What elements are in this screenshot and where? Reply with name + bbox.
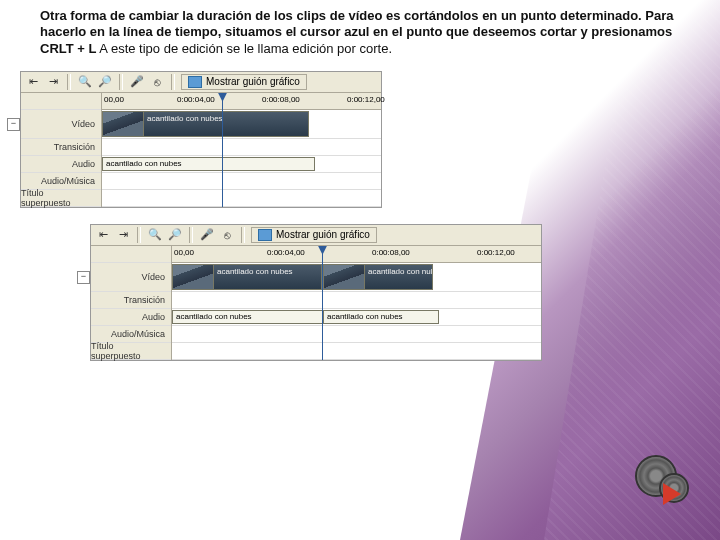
collapse-button[interactable]: −: [77, 271, 90, 284]
zoom-in-icon[interactable]: 🔍: [147, 227, 163, 243]
playhead[interactable]: [222, 93, 223, 207]
playhead[interactable]: [322, 246, 323, 360]
audio-track[interactable]: acantilado con nubes acantilado con nube…: [172, 309, 541, 326]
storyboard-label: Mostrar guión gráfico: [276, 229, 370, 240]
audio-music-track[interactable]: [172, 326, 541, 343]
transition-track[interactable]: [172, 292, 541, 309]
time-ruler[interactable]: 00,00 0:00:04,00 0:00:08,00 0:00:12,00: [102, 93, 381, 110]
forward-icon[interactable]: ⇥: [115, 227, 131, 243]
rewind-icon[interactable]: ⇤: [25, 74, 41, 90]
show-storyboard-button[interactable]: Mostrar guión gráfico: [181, 74, 307, 90]
video-track[interactable]: acantilado con nubes acantilado con nube…: [172, 263, 541, 292]
ruler-tick: 0:00:04,00: [177, 95, 215, 104]
ruler-tick: 00,00: [174, 248, 194, 257]
track-label-video: −Vídeo: [91, 263, 171, 292]
storyboard-icon: [258, 229, 272, 241]
audio-clip-part1[interactable]: acantilado con nubes: [172, 310, 328, 324]
movie-maker-icon: [635, 455, 690, 510]
ruler-tick: 0:00:12,00: [347, 95, 385, 104]
timeline-toolbar: ⇤ ⇥ 🔍 🔎 🎤 ⎋ Mostrar guión gráfico: [91, 225, 541, 246]
zoom-out-icon[interactable]: 🔎: [167, 227, 183, 243]
levels-icon[interactable]: ⎋: [149, 74, 165, 90]
ruler-tick: 0:00:12,00: [477, 248, 515, 257]
video-clip[interactable]: acantilado con nubes: [102, 111, 309, 137]
mic-icon[interactable]: 🎤: [129, 74, 145, 90]
zoom-out-icon[interactable]: 🔎: [97, 74, 113, 90]
rewind-icon[interactable]: ⇤: [95, 227, 111, 243]
audio-track[interactable]: acantilado con nubes: [102, 156, 381, 173]
storyboard-label: Mostrar guión gráfico: [206, 76, 300, 87]
instruction-text: Otra forma de cambiar la duración de los…: [20, 8, 690, 57]
timeline-after: ⇤ ⇥ 🔍 🔎 🎤 ⎋ Mostrar guión gráfico −Vídeo…: [90, 224, 542, 361]
audio-clip-part2[interactable]: acantilado con nubes: [323, 310, 439, 324]
track-label-transition: Transición: [21, 139, 101, 156]
title-track[interactable]: [102, 190, 381, 207]
storyboard-icon: [188, 76, 202, 88]
title-track[interactable]: [172, 343, 541, 360]
ruler-tick: 0:00:08,00: [372, 248, 410, 257]
video-clip-part2[interactable]: acantilado con nubes: [323, 264, 433, 290]
track-label-audio: Audio: [91, 309, 171, 326]
show-storyboard-button[interactable]: Mostrar guión gráfico: [251, 227, 377, 243]
track-label-title: Título superpuesto: [91, 343, 171, 360]
track-label-title: Título superpuesto: [21, 190, 101, 207]
ruler-tick: 00,00: [104, 95, 124, 104]
levels-icon[interactable]: ⎋: [219, 227, 235, 243]
clip-label: acantilado con nubes: [147, 114, 223, 123]
video-track[interactable]: acantilado con nubes: [102, 110, 381, 139]
zoom-in-icon[interactable]: 🔍: [77, 74, 93, 90]
video-clip-part1[interactable]: acantilado con nubes: [172, 264, 322, 290]
forward-icon[interactable]: ⇥: [45, 74, 61, 90]
track-label-transition: Transición: [91, 292, 171, 309]
audio-music-track[interactable]: [102, 173, 381, 190]
ruler-tick: 0:00:04,00: [267, 248, 305, 257]
time-ruler[interactable]: 00,00 0:00:04,00 0:00:08,00 0:00:12,00: [172, 246, 541, 263]
mic-icon[interactable]: 🎤: [199, 227, 215, 243]
collapse-button[interactable]: −: [7, 118, 20, 131]
ruler-tick: 0:00:08,00: [262, 95, 300, 104]
timeline-toolbar: ⇤ ⇥ 🔍 🔎 🎤 ⎋ Mostrar guión gráfico: [21, 72, 381, 93]
clip-label: acantilado con nubes: [368, 267, 433, 276]
track-label-audio: Audio: [21, 156, 101, 173]
clip-label: acantilado con nubes: [217, 267, 293, 276]
audio-clip[interactable]: acantilado con nubes: [102, 157, 315, 171]
timeline-before: ⇤ ⇥ 🔍 🔎 🎤 ⎋ Mostrar guión gráfico −Vídeo…: [20, 71, 382, 208]
track-label-video: −Vídeo: [21, 110, 101, 139]
transition-track[interactable]: [102, 139, 381, 156]
